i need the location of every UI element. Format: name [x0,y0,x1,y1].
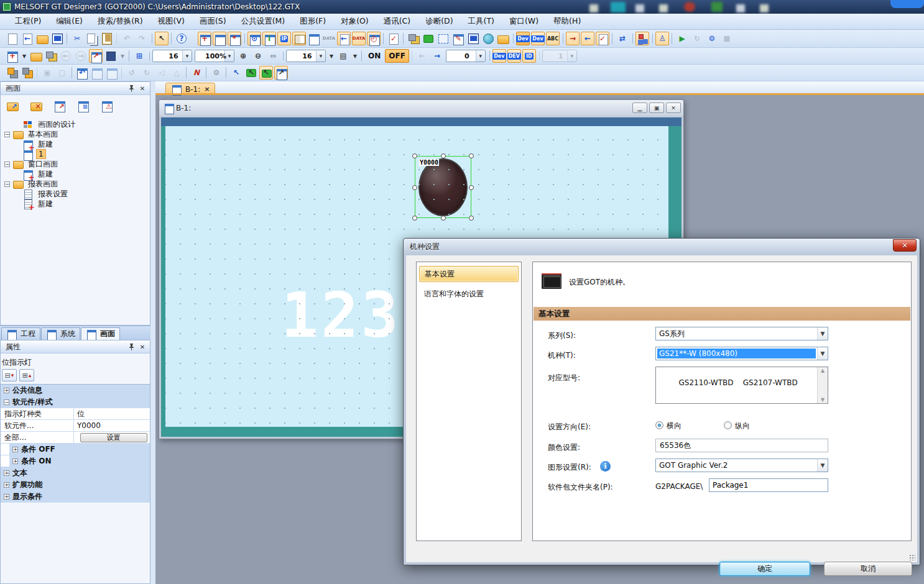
maximize-icon[interactable]: ▣ [649,103,664,113]
scrollbar[interactable]: ▲▼ [817,367,828,403]
rotate-left-icon[interactable]: ↺ [125,66,139,80]
chevron-down-icon[interactable]: ▼ [817,459,828,472]
fill-color-icon[interactable]: ▾ [104,49,118,63]
tree-item-window-screen[interactable]: − 窗口画面 [1,159,150,169]
back-icon[interactable]: ←▾ [59,49,73,63]
menu-edit[interactable]: 编辑(E) [49,14,90,29]
cut-icon[interactable]: ✂ [70,32,84,45]
comm-setting-icon[interactable]: ⇄ [616,32,629,45]
open-screen-tool-icon[interactable]: ↗ [6,99,23,114]
menu-window[interactable]: 窗口(W) [502,14,546,29]
comment-folder-icon[interactable] [496,32,510,45]
resize-handle[interactable] [469,216,474,221]
window-new-icon[interactable] [422,32,435,45]
comment-display-icon[interactable]: ABC [546,32,560,45]
resize-handle[interactable] [469,153,474,158]
resize-handle[interactable] [441,216,446,221]
edit-vertex-icon[interactable]: N [190,66,203,80]
screen-call-icon[interactable]: ↶ [75,66,89,80]
tree-item-report-new[interactable]: 新建 [1,199,150,209]
device-on-button[interactable]: ON▾ [365,49,384,63]
screen-save-icon[interactable] [466,32,480,45]
data-browser-icon[interactable]: ♙ [655,32,669,45]
info-icon[interactable]: i [600,461,611,472]
fit-window-icon[interactable]: ⇔▾ [266,49,280,63]
resize-handle[interactable] [412,185,417,190]
forward-icon[interactable]: →▾ [74,49,88,63]
prop-category-text[interactable]: +文本 [1,467,150,479]
tree-expander[interactable]: − [4,162,10,167]
prop-category-view-icon[interactable]: ⊟▾ [2,369,17,381]
new-base-screen-icon[interactable]: + [198,32,211,45]
ip-list-icon[interactable]: IP [277,32,291,45]
open-screen-icon[interactable]: ▾ [29,49,43,63]
tree-item-report-setting[interactable]: 报表设置 [1,189,150,199]
grid-dropdown[interactable]: ▾▾ [328,49,335,63]
zoom-in-icon[interactable]: ⊕▾ [236,49,250,63]
library-icon[interactable] [481,32,495,45]
menu-comm[interactable]: 通讯(C) [376,14,418,29]
prop-category-trigger[interactable]: +显示条件 [1,491,150,503]
prop-row-device[interactable]: 软元件... Y0000 [1,420,150,432]
read-from-got-icon[interactable]: ← [581,32,594,45]
menu-view[interactable]: 视图(V) [150,14,192,29]
settings-button[interactable]: 设置 [80,433,147,442]
language-combo[interactable]: 1▾ [542,50,577,62]
select-arrow-icon[interactable]: ↖ [229,66,243,80]
screen-info-icon[interactable]: i [262,32,276,45]
select-rect-icon[interactable]: ↖ [244,66,258,80]
zoom-out-icon[interactable]: ⊖▾ [251,49,265,63]
prev-screen-icon[interactable]: ←▾ [415,49,429,63]
redo-icon[interactable]: ↷ [135,32,149,45]
simulator-update-icon[interactable]: ↻ [690,32,704,45]
fill-color-dropdown[interactable]: ▾▾ [119,49,126,63]
tree-item-window-new[interactable]: 新建 [1,169,150,179]
group-icon[interactable]: ▣ [40,66,54,80]
select-window-icon[interactable]: ↗ [274,66,288,80]
close-icon[interactable]: ✕ [137,342,147,352]
tab-project[interactable]: 工程 [1,327,40,340]
device-display-button[interactable]: Dev▾ [492,49,506,63]
prop-category-device-style[interactable]: −软元件/样式 [1,396,150,408]
cancel-button[interactable]: 取消 [824,562,912,576]
resize-handle[interactable] [441,153,446,158]
simulator-start-icon[interactable]: ▶ [675,32,689,45]
import-icon[interactable]: ← [21,32,34,45]
dock-splitter[interactable] [150,81,155,584]
tree-expander[interactable]: − [4,132,10,137]
object-setting-icon[interactable]: ⚙ [210,66,223,80]
tab-system[interactable]: 系统 [41,327,80,340]
orientation-horizontal-option[interactable]: 横向 [655,421,681,431]
menu-diagnostics[interactable]: 诊断(D) [418,14,460,29]
ungroup-icon[interactable]: ▢ [55,66,69,80]
paste-icon[interactable] [100,32,114,45]
menu-project[interactable]: 工程(P) [7,14,49,29]
canvas-text-object[interactable]: 123 [281,279,401,352]
send-to-back-icon[interactable] [21,66,34,80]
screen-image-list-icon[interactable]: ⊙ [247,32,261,45]
screen-copy-icon[interactable] [307,32,321,45]
device-view-icon[interactable]: Dev [531,32,545,45]
pin-icon[interactable] [126,84,136,93]
lamp-selection-box[interactable]: Y0000 [415,156,471,218]
undo-icon[interactable]: ↶ [120,32,134,45]
onscreen-keyboard-icon[interactable]: ▤▾ [336,49,350,63]
close-screen-tool-icon[interactable]: ✕ [29,99,47,114]
package-name-input[interactable] [709,478,828,492]
tree-item-screen-1[interactable]: 1 [1,149,150,159]
close-screen-icon[interactable]: ▾ [44,49,58,63]
menu-tools[interactable]: 工具(T) [461,14,502,29]
tree-expander[interactable]: − [4,181,10,187]
minimize-icon[interactable]: ▁ [632,103,647,113]
device-book-icon[interactable] [292,32,306,45]
scroll-up-icon[interactable]: ▲ [821,368,825,373]
select-cursor-icon[interactable]: ↖ [155,32,169,45]
tree-item-base-screen[interactable]: − 基本画面 [1,129,150,139]
orientation-vertical-option[interactable]: 纵向 [724,421,750,431]
label-device-button[interactable]: DEV▾ [507,49,521,63]
resize-handle[interactable] [412,216,417,221]
prop-subcategory-condition-off[interactable]: +条件 OFF [1,444,150,455]
window-cascade-icon[interactable] [407,32,420,45]
dialog-titlebar[interactable]: 机种设置 [404,239,920,255]
screen-overlay-icon[interactable] [90,66,104,80]
